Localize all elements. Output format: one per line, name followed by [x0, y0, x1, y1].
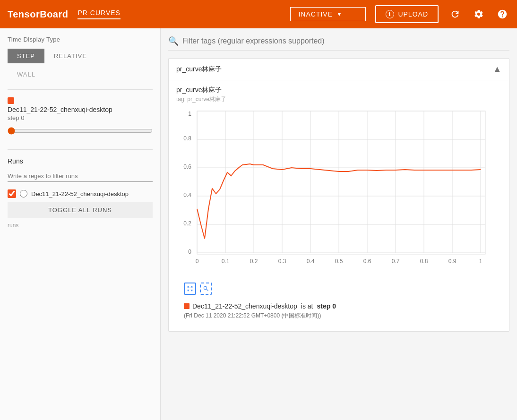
- chart-footer: [176, 279, 501, 299]
- chart-card-header: pr_curve林麻子 ▲: [169, 59, 509, 80]
- sidebar-divider-1: [8, 89, 153, 90]
- runs-section: Runs Dec11_21-22-52_chenxuqi-desktop TOG…: [8, 157, 153, 229]
- svg-text:0.5: 0.5: [335, 258, 343, 265]
- time-display-title: Time Display Type: [8, 36, 153, 43]
- runs-footer: runs: [8, 222, 153, 229]
- tensorboard-logo: TensorBoard: [8, 9, 68, 20]
- run-name: Dec11_21-22-52_chenxuqi-desktop: [8, 106, 153, 113]
- svg-text:0.6: 0.6: [183, 163, 191, 170]
- fit-to-screen-icon[interactable]: [184, 283, 196, 295]
- upload-info-icon: ℹ: [386, 10, 394, 18]
- runs-filter-input[interactable]: [8, 171, 153, 182]
- wall-button[interactable]: WALL: [8, 67, 45, 82]
- svg-text:0.8: 0.8: [183, 135, 191, 142]
- step-info-at: is at: [301, 302, 313, 310]
- filter-bar: 🔍: [168, 36, 509, 51]
- run-list-item: Dec11_21-22-52_chenxuqi-desktop: [8, 189, 153, 198]
- chart-body: pr_curve林麻子 tag: pr_curve林麻子 0 0.2: [169, 80, 509, 331]
- toggle-all-button[interactable]: TOGGLE ALL RUNS: [8, 202, 153, 218]
- chart-tag-title: pr_curve林麻子: [176, 86, 501, 94]
- svg-text:1: 1: [479, 258, 483, 265]
- svg-text:0.9: 0.9: [448, 258, 457, 265]
- svg-text:0.2: 0.2: [183, 220, 191, 227]
- header: TensorBoard PR CURVES INACTIVE ▼ ℹ UPLOA…: [0, 0, 517, 28]
- relative-button[interactable]: RELATIVE: [44, 49, 96, 63]
- main-content: 🔍 pr_curve林麻子 ▲ pr_curve林麻子 tag: pr_curv…: [161, 28, 517, 420]
- inactive-label: INACTIVE: [298, 10, 333, 18]
- step-slider[interactable]: [8, 127, 153, 135]
- step-info-step: step 0: [317, 302, 336, 310]
- chart-card: pr_curve林麻子 ▲ pr_curve林麻子 tag: pr_curve林…: [168, 58, 509, 332]
- svg-text:0.7: 0.7: [392, 258, 400, 265]
- svg-text:0.4: 0.4: [183, 192, 191, 198]
- svg-text:0.1: 0.1: [222, 258, 230, 265]
- chart-card-title: pr_curve林麻子: [176, 65, 222, 74]
- sidebar: Time Display Type STEP RELATIVE WALL Dec…: [0, 28, 161, 420]
- run-color-indicator: [8, 97, 14, 104]
- zoom-icon[interactable]: [200, 283, 212, 295]
- step-slider-container: [8, 125, 153, 142]
- step-label: step 0: [8, 114, 153, 121]
- settings-button[interactable]: [472, 7, 486, 21]
- inactive-dropdown[interactable]: INACTIVE ▼: [290, 7, 366, 21]
- run-radio[interactable]: [20, 190, 27, 197]
- svg-text:0.2: 0.2: [250, 258, 258, 265]
- step-color-dot: [184, 303, 190, 309]
- step-info: Dec11_21-22-52_chenxuqi-desktop is at st…: [176, 299, 501, 312]
- upload-button[interactable]: ℹ UPLOAD: [375, 5, 439, 23]
- svg-text:0.8: 0.8: [420, 258, 428, 265]
- svg-text:1: 1: [188, 111, 191, 117]
- time-display-buttons: STEP RELATIVE: [8, 49, 153, 63]
- svg-text:0: 0: [196, 258, 199, 265]
- step-button[interactable]: STEP: [8, 49, 44, 63]
- refresh-button[interactable]: [448, 7, 462, 21]
- dropdown-chevron-icon: ▼: [336, 11, 343, 17]
- svg-text:0: 0: [188, 249, 191, 255]
- step-info-run: Dec11_21-22-52_chenxuqi-desktop: [192, 302, 297, 310]
- svg-text:0.6: 0.6: [363, 258, 371, 265]
- search-icon: 🔍: [168, 36, 179, 46]
- step-info-time: (Fri Dec 11 2020 21:22:52 GMT+0800 (中国标准…: [176, 312, 501, 326]
- help-button[interactable]: [495, 7, 509, 21]
- sidebar-divider-2: [8, 149, 153, 150]
- run-checkbox[interactable]: [8, 189, 16, 198]
- chart-area: 0 0.2 0.4 0.6 0.8 1 0 0.1 0.2 0.3 0.4 0.…: [176, 107, 501, 279]
- svg-text:0.3: 0.3: [278, 258, 286, 265]
- runs-title: Runs: [8, 157, 153, 165]
- run-item-name: Dec11_21-22-52_chenxuqi-desktop: [31, 190, 129, 197]
- pr-curve-chart: 0 0.2 0.4 0.6 0.8 1 0 0.1 0.2 0.3 0.4 0.…: [176, 107, 501, 277]
- svg-text:0.4: 0.4: [307, 258, 315, 265]
- run-header-row: [8, 97, 153, 104]
- main-layout: Time Display Type STEP RELATIVE WALL Dec…: [0, 28, 517, 420]
- svg-rect-17: [197, 111, 485, 254]
- filter-input[interactable]: [182, 37, 509, 45]
- chart-tag-sub: tag: pr_curve林麻子: [176, 95, 501, 103]
- collapse-icon[interactable]: ▲: [493, 64, 501, 74]
- pr-curves-nav[interactable]: PR CURVES: [78, 9, 120, 19]
